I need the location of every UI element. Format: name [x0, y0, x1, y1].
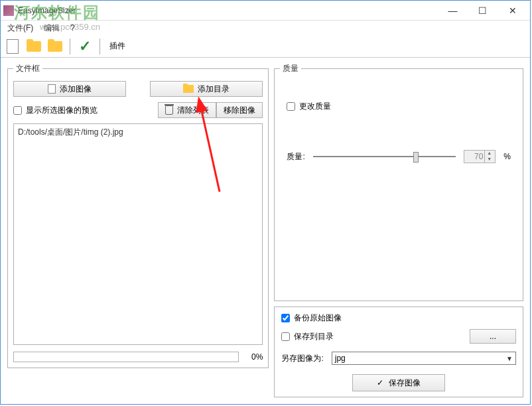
add-folder-button[interactable]: 添加目录	[150, 81, 263, 97]
add-image-button[interactable]: 添加图像	[13, 81, 126, 97]
menubar: 文件(F) 编辑 ?	[1, 21, 530, 35]
show-preview-checkbox-wrap[interactable]: 显示所选图像的预览	[13, 105, 98, 116]
slider-track	[313, 156, 456, 157]
progress-bar	[13, 352, 239, 362]
menu-file[interactable]: 文件(F)	[3, 21, 37, 35]
save-as-label: 另存图像为:	[281, 353, 323, 364]
format-select[interactable]: jpg ▼	[332, 352, 516, 365]
quality-label: 质量:	[287, 151, 304, 163]
percent-label: %	[503, 152, 511, 161]
spinner-up-icon[interactable]: ▲	[484, 151, 494, 157]
minimize-button[interactable]: —	[438, 1, 468, 20]
file-box-fieldset: 文件框 添加图像 添加目录 显示所选图像的预览	[7, 63, 269, 368]
menu-help[interactable]: ?	[66, 22, 79, 34]
show-preview-label: 显示所选图像的预览	[26, 105, 98, 116]
format-selected-value: jpg	[335, 354, 346, 363]
remove-image-label: 移除图像	[224, 105, 255, 116]
backup-original-checkbox-wrap[interactable]: 备份原始图像	[281, 312, 342, 324]
add-folder-label: 添加目录	[198, 84, 230, 95]
toolbar-folder2-icon[interactable]	[46, 37, 64, 56]
toolbar-folder-icon[interactable]	[25, 37, 43, 56]
check-icon: ✓	[377, 378, 383, 387]
app-icon	[3, 5, 14, 16]
folder-icon	[183, 85, 194, 93]
change-quality-checkbox-wrap[interactable]: 更改质量	[287, 101, 331, 112]
toolbar-new-doc-icon[interactable]	[3, 37, 22, 56]
quality-spinner[interactable]: ▲ ▼	[464, 150, 496, 163]
content-area: 文件框 添加图像 添加目录 显示所选图像的预览	[1, 58, 530, 404]
close-button[interactable]: ✕	[498, 1, 527, 20]
quality-value-input[interactable]	[464, 152, 484, 161]
spinner-down-icon[interactable]: ▼	[484, 157, 494, 163]
toolbar: ✓ 插件	[1, 35, 530, 58]
slider-thumb[interactable]	[413, 152, 419, 163]
right-panel: 质量 更改质量 质量:	[274, 63, 523, 397]
save-to-folder-label: 保存到目录	[294, 331, 334, 342]
trash-icon	[165, 105, 173, 115]
add-image-label: 添加图像	[60, 84, 92, 95]
toolbar-separator-2	[100, 38, 100, 54]
toolbar-check-icon[interactable]: ✓	[76, 37, 94, 56]
quality-legend: 质量	[280, 63, 301, 74]
save-to-folder-checkbox[interactable]	[281, 332, 290, 341]
toolbar-separator	[70, 38, 70, 54]
change-quality-checkbox[interactable]	[287, 102, 295, 111]
save-to-folder-checkbox-wrap[interactable]: 保存到目录	[281, 331, 334, 342]
format-row: 另存图像为: jpg ▼	[281, 352, 516, 365]
backup-original-label: 备份原始图像	[294, 312, 342, 324]
chevron-down-icon: ▼	[506, 355, 513, 362]
quality-slider[interactable]	[313, 151, 456, 163]
progress-label: 0%	[239, 352, 263, 362]
window-controls: — ☐ ✕	[438, 1, 527, 20]
toolbar-plugin-label[interactable]: 插件	[105, 40, 129, 52]
quality-row: 质量: ▲ ▼ %	[287, 150, 511, 163]
change-quality-label: 更改质量	[299, 101, 331, 112]
file-list[interactable]: D:/tools/桌面/图片/timg (2).jpg	[13, 123, 263, 345]
menu-edit[interactable]: 编辑	[40, 21, 64, 35]
clear-list-button[interactable]: 清除列表	[158, 102, 216, 118]
document-icon	[48, 84, 56, 94]
window-title: EasyImageSizer	[18, 6, 438, 15]
left-panel: 文件框 添加图像 添加目录 显示所选图像的预览	[7, 63, 269, 397]
show-preview-checkbox[interactable]	[13, 106, 22, 115]
quality-fieldset: 质量 更改质量 质量:	[274, 63, 523, 301]
backup-original-checkbox[interactable]	[281, 314, 290, 322]
browse-path-button[interactable]: ...	[470, 329, 516, 344]
maximize-button[interactable]: ☐	[468, 1, 498, 20]
list-item[interactable]: D:/tools/桌面/图片/timg (2).jpg	[18, 127, 258, 138]
file-box-legend: 文件框	[13, 63, 42, 74]
output-block: 备份原始图像 保存到目录 ... 另存图像为: jpg ▼	[274, 306, 523, 397]
save-image-label: 保存图像	[389, 377, 421, 389]
save-image-button[interactable]: ✓ 保存图像	[352, 374, 445, 391]
titlebar: EasyImageSizer — ☐ ✕	[1, 1, 530, 21]
clear-list-label: 清除列表	[177, 105, 209, 116]
app-window: EasyImageSizer — ☐ ✕ 文件(F) 编辑 ? ✓ 插件 文件框	[0, 0, 531, 405]
progress-row: 0%	[13, 352, 263, 362]
remove-image-button[interactable]: 移除图像	[216, 102, 263, 118]
